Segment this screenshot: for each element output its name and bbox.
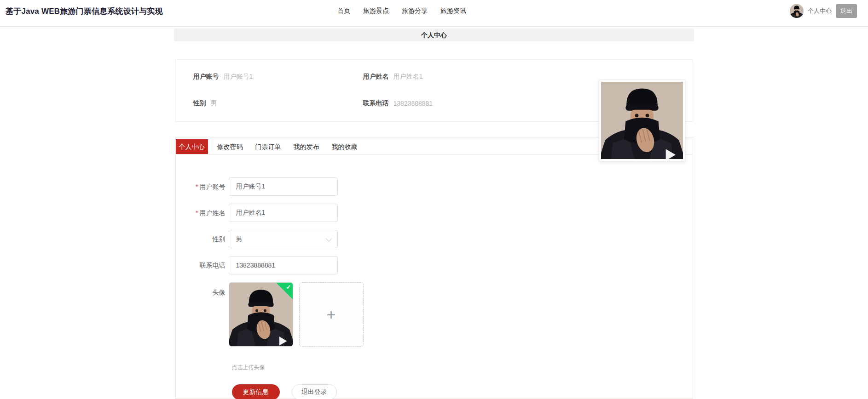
page-title: 个人中心	[174, 28, 694, 41]
summary-name-value: 用户姓名1	[393, 73, 423, 81]
avatar-upload-button[interactable]: +	[299, 282, 364, 347]
gender-label: 性别	[176, 230, 229, 248]
form-row-name: *用户姓名	[176, 204, 693, 222]
chevron-down-icon	[326, 236, 332, 242]
required-asterisk: *	[196, 183, 198, 190]
form-row-account: *用户账号	[176, 177, 693, 196]
user-avatar[interactable]	[790, 4, 804, 18]
avatar-label: 头像	[176, 282, 229, 297]
account-input[interactable]	[229, 177, 338, 196]
nav-item-home[interactable]: 首页	[337, 7, 350, 15]
summary-phone-value: 13823888881	[393, 100, 433, 107]
check-icon: ✓	[286, 284, 291, 291]
phone-label: 联系电话	[176, 256, 229, 274]
plus-icon: +	[327, 307, 336, 322]
update-info-button[interactable]: 更新信息	[232, 384, 280, 399]
user-portrait-image	[601, 82, 683, 159]
summary-gender-value: 男	[211, 99, 217, 108]
site-title[interactable]: 基于Java WEB旅游门票信息系统设计与实现	[6, 6, 163, 17]
account-label: *用户账号	[176, 177, 229, 196]
name-label-text: 用户姓名	[200, 209, 226, 217]
gender-select-value: 男	[236, 235, 243, 243]
profile-form: *用户账号 *用户姓名 性别 男 联系电话	[176, 154, 693, 399]
nav-item-travel-news[interactable]: 旅游资讯	[440, 7, 466, 15]
main-nav: 首页 旅游景点 旅游分享 旅游资讯	[337, 0, 466, 22]
name-label: *用户姓名	[176, 204, 229, 222]
nav-item-travel-share[interactable]: 旅游分享	[402, 7, 428, 15]
summary-account-value: 用户账号1	[224, 73, 253, 81]
user-area: 个人中心 退出	[790, 0, 857, 22]
logout-button[interactable]: 退出	[836, 4, 857, 18]
user-portrait-photo	[599, 80, 685, 161]
summary-name-label: 用户姓名	[363, 73, 389, 81]
top-navbar: 基于Java WEB旅游门票信息系统设计与实现 首页 旅游景点 旅游分享 旅游资…	[0, 0, 868, 27]
summary-account-label: 用户账号	[193, 73, 219, 81]
upload-tip: 点击上传头像	[232, 364, 693, 371]
summary-gender: 性别 男	[193, 99, 363, 108]
form-row-phone: 联系电话	[176, 256, 693, 274]
phone-input[interactable]	[229, 256, 338, 274]
profile-form-card: 个人中心 修改密码 门票订单 我的发布 我的收藏 *用户账号 *用户姓名 性别	[175, 137, 693, 399]
tab-my-posts[interactable]: 我的发布	[289, 139, 324, 154]
tab-ticket-orders[interactable]: 门票订单	[251, 139, 286, 154]
form-row-avatar: 头像 ✓ +	[176, 282, 693, 347]
summary-account: 用户账号 用户账号1	[193, 73, 363, 81]
tab-change-password[interactable]: 修改密码	[213, 139, 248, 154]
logout-login-button[interactable]: 退出登录	[292, 384, 337, 399]
required-asterisk: *	[196, 209, 198, 217]
avatar-thumbnail[interactable]: ✓	[229, 282, 293, 347]
gender-select[interactable]: 男	[229, 230, 338, 248]
summary-phone-label: 联系电话	[363, 99, 389, 108]
form-buttons: 更新信息 退出登录	[232, 384, 693, 399]
name-input[interactable]	[229, 204, 338, 222]
user-center-link[interactable]: 个人中心	[808, 7, 832, 15]
nav-item-scenic-spots[interactable]: 旅游景点	[363, 7, 389, 15]
tab-my-favorites[interactable]: 我的收藏	[327, 139, 362, 154]
form-row-gender: 性别 男	[176, 230, 693, 248]
account-label-text: 用户账号	[200, 183, 226, 190]
tab-user-center[interactable]: 个人中心	[176, 139, 208, 154]
summary-gender-label: 性别	[193, 99, 206, 108]
main-content: 用户账号 用户账号1 用户姓名 用户姓名1 性别 男 联系电话 13823888…	[175, 59, 693, 399]
